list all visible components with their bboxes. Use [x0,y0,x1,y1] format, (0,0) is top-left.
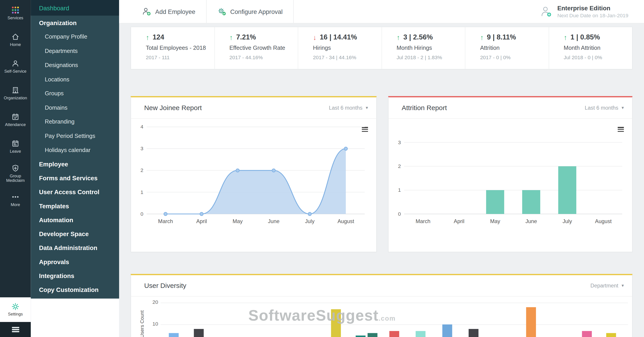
svg-text:4: 4 [140,124,143,130]
nav-item-pay-period-settings[interactable]: Pay Period Settings [31,129,119,143]
svg-text:2: 2 [398,163,401,169]
nav-item-holidays-calendar[interactable]: Holidays calendar [31,143,119,157]
enterprise-user-icon [540,6,552,18]
stat-label: Total Employees - 2018 [146,44,214,51]
svg-text:April: April [196,218,207,224]
home-icon [12,33,19,41]
rail-item-label: Services [6,16,24,20]
rail-item-label: Home [9,42,22,47]
stat-sub-label: 2017 - 111 [146,55,214,60]
rail-item-group-mediclaim[interactable]: Group Mediclaim [0,160,31,187]
stat-label: Month Attrition [564,44,632,51]
nav-item-departments[interactable]: Departments [31,44,119,58]
stat-label: Month Hirings [396,44,465,51]
stat-sub-label: 2017 - 44.16% [230,55,298,60]
nav-item-locations[interactable]: Locations [31,72,119,86]
trend-down-arrow-icon: ↓ [313,34,316,41]
diversity-bar [606,333,616,337]
svg-text:May: May [490,218,500,224]
apps-grid-icon [12,6,19,14]
rail-item-more[interactable]: More [0,187,31,214]
charts-row: New Joinee Report Last 6 months ▾ 01234M… [130,96,632,252]
nav-item-domains[interactable]: Domains [31,100,119,114]
nav-item-organization[interactable]: Organization [31,16,119,30]
svg-text:August: August [338,218,354,224]
add-employee-icon [142,7,151,16]
configure-approval-button[interactable]: Configure Approval [206,0,293,23]
new-joinee-report-svg: 01234MarchAprilMayJuneJulyAugust [135,122,371,227]
icon-rail: ServicesHomeSelf-ServiceOrganizationAtte… [0,0,31,337]
settings-label: Settings [7,312,24,316]
new-joinee-report-title: New Joinee Report [144,104,202,112]
user-diversity-card: User Diversity Department ▾ Users Count … [130,274,632,337]
nav-item-dashboard[interactable]: Dashboard [31,0,119,16]
diversity-filter-value: Department [590,282,618,288]
due-date-label: Next Due Date on 18-Jan-2019 [557,13,628,18]
nav-item-rebranding[interactable]: Rebranding [31,114,119,129]
diversity-bar [442,324,452,337]
attrition-range-filter[interactable]: Last 6 months ▾ [585,105,624,111]
trend-up-arrow-icon: ↑ [480,34,484,41]
rail-item-leave[interactable]: Leave [0,134,31,160]
diversity-bar [526,307,536,337]
joinee-range-filter[interactable]: Last 6 months ▾ [329,105,368,111]
diversity-bar [389,331,399,337]
sidebar-item-settings[interactable]: Settings [0,297,31,322]
stats-summary: ↑124Total Employees - 20182017 - 111↑7.2… [130,27,632,69]
building-icon [12,86,19,94]
stat-sub-label: 2017 - 34 | 44.16% [313,55,382,60]
y-tick-label: 10 [148,321,158,327]
svg-text:0: 0 [140,211,143,217]
svg-text:June: June [268,218,280,224]
gridline [160,324,628,325]
nav-item-integrations[interactable]: Integrations [31,269,119,283]
stat-label: Hirings [313,44,382,51]
nav-item-forms-and-services[interactable]: Forms and Services [31,171,119,185]
configure-approval-label: Configure Approval [230,8,283,15]
stat-value: 124 [152,33,164,42]
diversity-dimension-filter[interactable]: Department ▾ [590,282,624,288]
rail-item-home[interactable]: Home [0,27,31,53]
svg-text:May: May [232,218,242,224]
rail-item-label: Group Mediclaim [0,174,31,183]
rail-item-services[interactable]: Services [0,0,31,27]
nav-item-automation[interactable]: Automation [31,213,119,227]
nav-item-data-administration[interactable]: Data Administration [31,241,119,255]
new-joinee-report-card: New Joinee Report Last 6 months ▾ 01234M… [130,96,376,252]
nav-item-user-access-control[interactable]: User Access Control [31,185,119,199]
trend-up-arrow-icon: ↑ [146,34,149,41]
nav-item-employee[interactable]: Employee [31,157,119,171]
rail-item-label: More [10,202,21,207]
svg-text:July: July [562,218,572,224]
rail-item-attendance[interactable]: Attendance [0,107,31,134]
trend-up-arrow-icon: ↑ [230,34,233,41]
sidebar-collapse-button[interactable] [0,322,31,337]
stat-sub-label: Jul 2018 - 0 | 0% [564,55,632,60]
nav-item-templates[interactable]: Templates [31,199,119,213]
svg-text:June: June [526,218,537,224]
nav-item-approvals[interactable]: Approvals [31,255,119,269]
nav-item-company-profile[interactable]: Company Profile [31,30,119,44]
trend-up-arrow-icon: ↑ [564,34,567,41]
add-employee-button[interactable]: Add Employee [132,0,206,23]
nav-item-developer-space[interactable]: Developer Space [31,227,119,241]
gridline [160,303,628,303]
edition-label: Enterprise Edition [557,4,628,12]
diversity-bar [194,329,204,337]
nav-item-groups[interactable]: Groups [31,86,119,100]
configure-approval-icon [217,7,226,16]
app-window: ServicesHomeSelf-ServiceOrganizationAtte… [0,0,644,337]
svg-text:July: July [305,218,314,224]
svg-text:1: 1 [398,187,401,193]
icon-rail-items: ServicesHomeSelf-ServiceOrganizationAtte… [0,0,31,214]
rail-item-organization[interactable]: Organization [0,80,31,107]
attrition-chart: 0123MarchAprilMayJuneJulyAugust [393,122,629,227]
svg-text:1: 1 [140,189,143,195]
edition-info: Enterprise Edition Next Due Date on 18-J… [540,4,628,18]
rail-item-self-service[interactable]: Self-Service [0,53,31,80]
nav-item-designations[interactable]: Designations [31,58,119,72]
diversity-bar [367,333,377,337]
chevron-down-icon: ▾ [622,283,624,288]
nav-item-copy-customization[interactable]: Copy Customization [31,283,119,297]
stat-hirings: ↓16 | 14.41%Hirings2017 - 34 | 44.16% [298,27,382,69]
